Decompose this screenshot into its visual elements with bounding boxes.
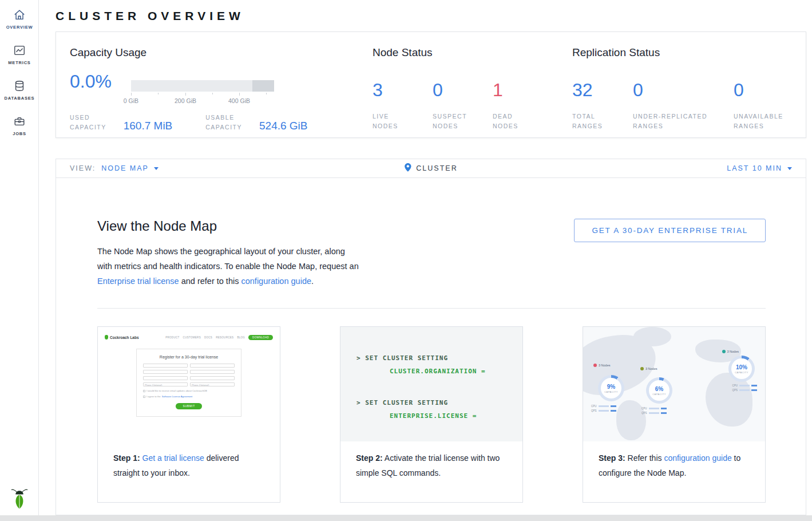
sidebar-item-label: OVERVIEW xyxy=(6,25,33,30)
home-icon xyxy=(13,8,26,22)
used-capacity-value: 160.7 MiB xyxy=(124,120,173,132)
cockroachlabs-logo: Cockroach Labs xyxy=(105,335,139,340)
usable-capacity-label: USABLE xyxy=(205,113,242,123)
register-form-screenshot: Cockroach Labs PRODUCT CUSTOMERS DOCS RE… xyxy=(98,327,280,441)
sidebar-item-jobs[interactable]: JOBS xyxy=(0,106,39,142)
cockroachlabs-bug-icon xyxy=(105,335,108,340)
dead-nodes-value: 1 xyxy=(493,78,553,101)
mock-download-button: DOWNLOAD xyxy=(248,335,273,340)
main-content: CLUSTER OVERVIEW Capacity Usage 0.0% xyxy=(39,0,812,521)
qps-label: QPS xyxy=(591,409,597,412)
sql-setting: ENTERPRISE.LICENSE = xyxy=(390,411,522,421)
usable-capacity-label: CAPACITY xyxy=(205,123,242,132)
app-root: OVERVIEW METRICS DATABASES JOBS xyxy=(0,0,812,521)
configuration-guide-link[interactable]: configuration guide xyxy=(241,277,311,286)
step3-label: Step 3: xyxy=(599,453,625,463)
description-text: and refer to this xyxy=(181,277,239,286)
cockroachlabs-wordmark: Cockroach Labs xyxy=(110,336,139,340)
node-group-dot xyxy=(593,364,597,367)
node-group-dot xyxy=(722,350,726,353)
mock-nav-item: PRODUCT xyxy=(165,336,179,339)
node-map-preview: 3 Nodes 9% CAPACITY CPU QPS xyxy=(583,327,765,441)
mock-text-field xyxy=(190,376,235,380)
divider xyxy=(97,308,766,309)
mock-submit-button: SUBMIT xyxy=(176,403,202,409)
capacity-usage-section: Capacity Usage 0.0% xyxy=(70,46,373,137)
step2-card: > SET CLUSTER SETTING CLUSTER.ORGANIZATI… xyxy=(340,326,523,503)
map-node-group: 3 Nodes xyxy=(593,364,611,367)
enterprise-trial-license-link[interactable]: Enterprise trial license xyxy=(97,277,179,286)
unavailable-ranges-label: RANGES xyxy=(734,121,783,131)
get-trial-license-link[interactable]: Get a trial license xyxy=(142,453,204,463)
enterprise-trial-button[interactable]: GET A 30-DAY ENTERPRISE TRIAL xyxy=(574,219,766,242)
total-ranges-value: 32 xyxy=(572,78,633,101)
cluster-breadcrumb[interactable]: CLUSTER xyxy=(404,163,457,175)
mock-form-title: Register for a 30-day trial license xyxy=(143,355,235,359)
step1-caption: Step 1: Get a trial license delivered st… xyxy=(98,441,280,480)
mock-nav-item: RESOURCES xyxy=(216,336,233,339)
configuration-guide-link[interactable]: configuration guide xyxy=(664,453,731,463)
map-node-group: 3 Nodes xyxy=(722,350,739,353)
mock-check-label: I agree to the xyxy=(146,395,161,398)
unavailable-ranges-value: 0 xyxy=(734,78,783,101)
map-continent xyxy=(616,400,646,440)
node-map-description: The Node Map shows the geographical layo… xyxy=(97,244,362,289)
suspect-nodes-label: SUSPECT xyxy=(433,112,493,121)
description-text: . xyxy=(311,277,314,286)
sidebar-item-databases[interactable]: DATABASES xyxy=(0,71,39,106)
node-group-dot xyxy=(640,367,644,370)
node-group-label: 3 Nodes xyxy=(599,364,611,367)
mock-phone-field: Phone (Optional) xyxy=(190,382,235,386)
sidebar-item-label: DATABASES xyxy=(5,96,35,101)
capacity-percent: 9% xyxy=(607,384,615,390)
view-label: VIEW: xyxy=(70,164,96,172)
live-nodes-value: 3 xyxy=(373,78,433,101)
jobs-icon xyxy=(13,115,26,128)
qps-label: QPS xyxy=(732,389,738,392)
sidebar-item-metrics[interactable]: METRICS xyxy=(0,35,39,71)
replication-status-section: Replication Status 32 TOTAL RANGES 0 UND… xyxy=(572,46,792,137)
sidebar-item-overview[interactable]: OVERVIEW xyxy=(0,0,39,35)
cockroachdb-logo xyxy=(11,488,28,512)
step3-caption: Step 3: Refer this configuration guide t… xyxy=(583,441,765,480)
live-nodes-stat: 3 LIVE NODES xyxy=(373,78,433,131)
chevron-down-icon xyxy=(154,167,159,170)
capacity-donut: 10% CAPACITY xyxy=(728,356,755,382)
usable-capacity-stat: USABLE CAPACITY 524.6 GiB xyxy=(205,113,307,132)
breadcrumb-label: CLUSTER xyxy=(416,164,457,172)
map-node-group: 3 Nodes xyxy=(640,367,657,370)
mock-nav-item: DOCS xyxy=(204,336,212,339)
node-status-section: Node Status 3 LIVE NODES 0 SUSPECT NODE xyxy=(373,46,572,137)
step2-caption: Step 2: Activate the trial license with … xyxy=(340,441,522,480)
cpu-label: CPU xyxy=(591,405,597,408)
mock-nav: PRODUCT CUSTOMERS DOCS RESOURCES BLOG DO… xyxy=(165,335,273,340)
mock-text-field xyxy=(143,364,188,368)
total-ranges-stat: 32 TOTAL RANGES xyxy=(572,78,633,131)
dead-nodes-label: NODES xyxy=(493,121,553,131)
capacity-label: CAPACITY xyxy=(735,371,748,374)
capacity-axis: 0 GiB 200 GiB 400 GiB xyxy=(131,92,274,105)
view-selector-dropdown[interactable]: VIEW: NODE MAP xyxy=(70,164,159,172)
mock-text-field xyxy=(143,376,188,380)
mock-updates-checkbox: I would like to receive email updates ab… xyxy=(143,389,235,392)
step3-card: 3 Nodes 9% CAPACITY CPU QPS xyxy=(583,326,766,503)
checkbox-icon xyxy=(143,390,145,392)
unavailable-ranges-stat: 0 UNAVAILABLE RANGES xyxy=(734,78,783,131)
view-toolbar: VIEW: NODE MAP CLUSTER LAST 10 MIN xyxy=(56,159,806,178)
mock-check-label: I would like to receive email updates ab… xyxy=(146,389,207,392)
mock-register-form: Register for a 30-day trial license Phon… xyxy=(136,349,241,417)
chevron-down-icon xyxy=(787,167,792,170)
axis-tick-label: 400 GiB xyxy=(228,97,250,104)
under-replicated-ranges-label: RANGES xyxy=(633,121,734,131)
location-pin-icon xyxy=(404,163,411,175)
sql-command: > SET CLUSTER SETTING xyxy=(357,398,522,408)
replication-status-title: Replication Status xyxy=(572,46,792,59)
description-text: The Node Map shows the geographical layo… xyxy=(97,247,359,271)
time-range-dropdown[interactable]: LAST 10 MIN xyxy=(727,164,792,172)
suspect-nodes-label: NODES xyxy=(433,121,493,131)
used-capacity-stat: USED CAPACITY 160.7 MiB xyxy=(70,113,172,132)
step1-card: Cockroach Labs PRODUCT CUSTOMERS DOCS RE… xyxy=(97,326,280,503)
sidebar-item-label: METRICS xyxy=(8,60,30,65)
sidebar: OVERVIEW METRICS DATABASES JOBS xyxy=(0,0,39,521)
axis-tick-label: 0 GiB xyxy=(124,97,138,104)
